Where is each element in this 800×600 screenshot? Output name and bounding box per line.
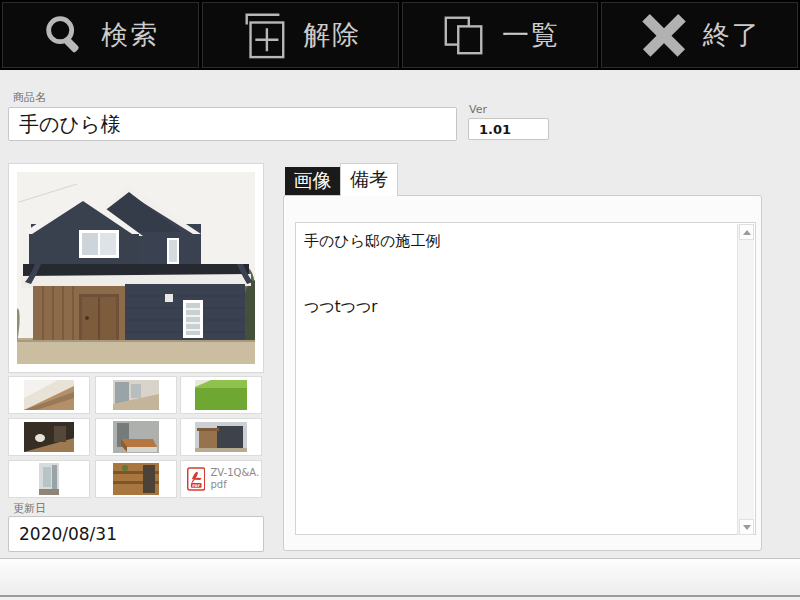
product-name-input[interactable]: 手のひら様: [8, 107, 457, 141]
tab-notes-label: 備考: [350, 167, 388, 193]
list-button[interactable]: 一覧: [402, 2, 599, 68]
notes-textarea[interactable]: 手のひら邸の施工例 つつtつつr: [295, 222, 756, 535]
updated-date-label: 更新日: [13, 501, 46, 516]
thumbnail-pdf-attachment[interactable]: PDF ZV-1Q&A.pdf: [180, 460, 262, 498]
tab-image[interactable]: 画像: [285, 167, 340, 195]
list-icon: [440, 12, 488, 58]
product-name-value: 手のひら様: [19, 111, 120, 138]
pdf-file-name: ZV-1Q&A.pdf: [210, 467, 261, 491]
toolbar: 検索 解除 一覧 終: [0, 0, 800, 70]
search-button-label: 検索: [101, 17, 159, 53]
thumbnail-deck[interactable]: [8, 376, 90, 414]
search-icon: [41, 12, 87, 58]
version-input[interactable]: 1.01: [468, 118, 549, 140]
thumbnail-bench[interactable]: [95, 418, 177, 456]
exit-icon: [639, 10, 689, 60]
house-photo-illustration: [17, 172, 255, 364]
updated-date-input[interactable]: 2020/08/31: [8, 516, 264, 552]
notes-text[interactable]: 手のひら邸の施工例 つつtつつr: [304, 230, 731, 530]
thumbnail-shelf-image: [113, 463, 159, 495]
list-button-label: 一覧: [502, 17, 560, 53]
pdf-icon: PDF: [187, 467, 205, 491]
notes-scrollbar[interactable]: [737, 224, 754, 535]
status-bar: [0, 558, 800, 597]
scroll-down-button[interactable]: [739, 519, 754, 535]
thumbnail-hallway[interactable]: [8, 460, 90, 498]
exit-button-label: 終了: [703, 17, 761, 53]
thumbnail-washroom[interactable]: [95, 376, 177, 414]
tab-image-label: 画像: [294, 168, 332, 194]
product-name-label: 商品名: [13, 90, 46, 105]
thumbnail-exterior[interactable]: [180, 418, 262, 456]
thumbnail-shelf[interactable]: [95, 460, 177, 498]
release-button[interactable]: 解除: [202, 2, 399, 68]
version-label: Ver: [469, 103, 487, 116]
thumbnail-hallway-image: [39, 463, 59, 495]
release-button-label: 解除: [303, 17, 361, 53]
thumbnail-interior-cat[interactable]: [8, 418, 90, 456]
thumbnail-grass-image: [195, 380, 247, 410]
thumbnail-grass[interactable]: [180, 376, 262, 414]
svg-text:PDF: PDF: [192, 484, 200, 488]
exit-button[interactable]: 終了: [601, 2, 798, 68]
scroll-up-button[interactable]: [739, 224, 754, 240]
thumbnail-bench-image: [113, 421, 159, 453]
search-button[interactable]: 検索: [2, 2, 199, 68]
thumbnail-interior-cat-image: [24, 422, 74, 452]
release-icon: [239, 9, 289, 61]
scroll-down-icon: [743, 525, 751, 530]
thumbnail-exterior-image: [195, 422, 247, 452]
scroll-up-icon: [743, 230, 751, 235]
version-value: 1.01: [479, 122, 511, 137]
thumbnail-washroom-image: [113, 380, 159, 410]
updated-date-value: 2020/08/31: [19, 524, 117, 544]
tab-notes[interactable]: 備考: [340, 163, 398, 196]
main-photo[interactable]: [8, 163, 264, 373]
thumbnail-deck-image: [24, 380, 74, 410]
